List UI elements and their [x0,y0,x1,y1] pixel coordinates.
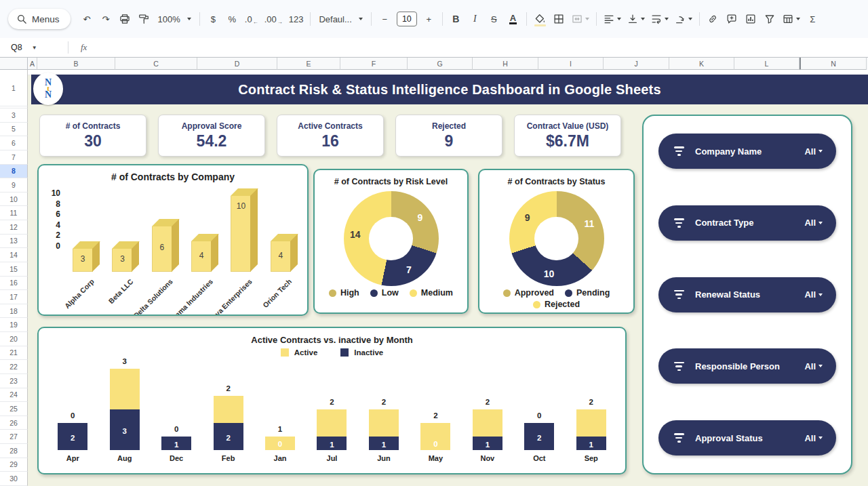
row-header-3[interactable]: 3 [0,108,28,123]
column-header-K[interactable]: K [669,58,734,70]
legend-item[interactable]: Inactive [340,348,383,357]
bar[interactable]: 6 [152,226,172,272]
functions-button[interactable]: Σ [804,10,822,28]
row-header-14[interactable]: 14 [0,248,28,262]
filter-responsible-person[interactable]: Responsible PersonAll [658,348,836,384]
row-header-11[interactable]: 11 [0,206,28,220]
undo-button[interactable]: ↶ [78,10,96,28]
paint-format-button[interactable] [135,10,153,28]
fill-color-button[interactable] [531,10,549,28]
menus-button[interactable]: Menus [8,9,71,29]
column-header-D[interactable]: D [197,58,277,70]
horizontal-align-button[interactable] [601,10,624,28]
filter-approval-status[interactable]: Approval StatusAll [658,420,836,455]
formula-input[interactable] [94,38,868,57]
row-header-22[interactable]: 22 [0,360,28,374]
font-size-input[interactable] [397,12,417,26]
filter-company-name[interactable]: Company NameAll [658,134,836,169]
row-header-16[interactable]: 16 [0,277,28,291]
row-header-24[interactable]: 24 [0,388,28,403]
insert-link-button[interactable] [704,10,722,28]
row-header-30[interactable]: 30 [0,472,28,486]
filter-contract-type[interactable]: Contract TypeAll [658,205,836,241]
column-header-F[interactable]: F [340,58,408,70]
column-header-H[interactable]: H [473,58,538,70]
filter-value-dropdown[interactable]: All [804,146,823,157]
borders-button[interactable] [550,10,568,28]
legend-item[interactable]: Low [370,288,399,298]
row-header-7[interactable]: 7 [0,150,28,165]
column-header-L[interactable]: L [734,58,800,70]
row-header-15[interactable]: 15 [0,262,28,277]
column-header-G[interactable]: G [408,58,473,70]
filter-value-dropdown[interactable]: All [804,361,823,371]
legend-item[interactable]: Approved [503,288,554,298]
text-rotation-button[interactable] [672,10,695,28]
bar[interactable]: 3 [112,249,132,272]
insert-comment-button[interactable] [723,10,741,28]
text-color-button[interactable]: A [504,10,522,28]
column-header-J[interactable]: J [604,58,669,70]
bar[interactable]: 4 [191,241,212,272]
row-header-29[interactable]: 29 [0,458,28,472]
select-all-corner[interactable] [0,58,28,70]
filter-value-dropdown[interactable]: All [804,218,823,228]
row-header-18[interactable]: 18 [0,304,28,319]
row-header-28[interactable]: 28 [0,444,28,458]
row-header-17[interactable]: 17 [0,290,28,304]
name-box[interactable]: Q8 ▼ [0,43,62,52]
row-header-12[interactable]: 12 [0,220,28,235]
row-header-5[interactable]: 5 [0,123,28,137]
legend-item[interactable]: Pending [565,288,610,298]
column-header-E[interactable]: E [277,58,340,70]
increase-font-size-button[interactable]: + [420,10,438,28]
row-header-23[interactable]: 23 [0,374,28,388]
bar-stack[interactable] [110,369,140,450]
filter-value-dropdown[interactable]: All [804,289,823,300]
row-header-8[interactable]: 8 [0,165,28,179]
merge-cells-button[interactable] [569,10,592,28]
donut[interactable] [509,191,604,286]
font-select[interactable]: Defaul... [315,10,366,28]
row-header-13[interactable]: 13 [0,235,28,249]
legend-item[interactable]: Rejected [533,300,580,309]
bar[interactable]: 4 [271,241,291,272]
table-button[interactable] [780,10,803,28]
column-header-C[interactable]: C [115,58,197,70]
text-wrap-button[interactable] [648,10,671,28]
row-header-25[interactable]: 25 [0,402,28,416]
bar[interactable]: 3 [73,249,93,272]
bar[interactable]: 10 [231,196,251,272]
row-header-6[interactable]: 6 [0,136,28,150]
increase-decimal-button[interactable]: .00→ [262,10,285,28]
row-header-26[interactable]: 26 [0,416,28,430]
number-format-button[interactable]: 123 [286,10,307,28]
decrease-decimal-button[interactable]: .0← [242,10,261,28]
column-header-B[interactable]: B [37,58,115,70]
italic-button[interactable]: I [466,10,484,28]
row-header-10[interactable]: 10 [0,193,28,207]
strikethrough-button[interactable]: S [485,10,503,28]
insert-chart-button[interactable] [742,10,760,28]
filter-value-dropdown[interactable]: All [804,433,823,443]
row-header-27[interactable]: 27 [0,430,28,444]
row-header-19[interactable]: 19 [0,318,28,332]
bold-button[interactable]: B [447,10,465,28]
vertical-align-button[interactable] [625,10,648,28]
create-filter-button[interactable] [761,10,779,28]
format-currency-button[interactable]: $ [204,10,222,28]
row-header-21[interactable]: 21 [0,346,28,361]
legend-item[interactable]: Active [281,348,318,357]
redo-button[interactable]: ↷ [97,10,115,28]
legend-item[interactable]: Medium [410,288,453,298]
column-header-N[interactable]: N [800,58,867,70]
row-header-9[interactable]: 9 [0,178,28,193]
bar-stack[interactable] [214,396,243,450]
column-header-A[interactable]: A [28,58,37,70]
filter-renewal-status[interactable]: Renewal StatusAll [658,277,836,312]
column-header-I[interactable]: I [538,58,604,70]
row-header-20[interactable]: 20 [0,332,28,346]
print-button[interactable] [116,10,134,28]
format-percent-button[interactable]: % [223,10,241,28]
legend-item[interactable]: High [329,288,359,298]
